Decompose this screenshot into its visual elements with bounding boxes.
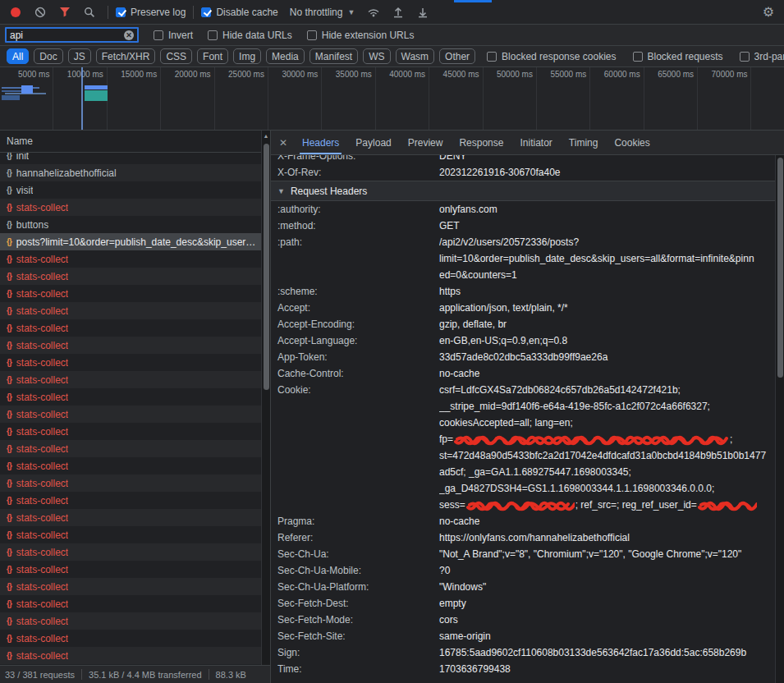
request-row[interactable]: {}stats-collect bbox=[0, 388, 270, 406]
checkbox-3rd-party-requests[interactable]: 3rd-party requests bbox=[740, 51, 784, 62]
request-row[interactable]: {}stats-collect bbox=[0, 543, 270, 561]
request-row[interactable]: {}stats-collect bbox=[0, 268, 270, 285]
request-row[interactable]: {}stats-collect bbox=[0, 578, 270, 595]
request-row[interactable]: {}stats-collect bbox=[0, 319, 270, 337]
clear-filter-icon[interactable]: ✕ bbox=[124, 30, 134, 40]
header-value: empty bbox=[439, 595, 775, 612]
checkbox-blocked-response-cookies[interactable]: Blocked response cookies bbox=[487, 51, 616, 62]
type-filter-font[interactable]: Font bbox=[197, 48, 228, 64]
script-braces-icon: {} bbox=[7, 565, 11, 574]
settings-gear-icon[interactable]: ⚙ bbox=[758, 2, 779, 22]
script-braces-icon: {} bbox=[7, 220, 11, 229]
request-name: stats-collect bbox=[16, 202, 68, 213]
throttling-dropdown[interactable]: No throttling ▼ bbox=[285, 5, 360, 20]
header-row: Sec-Ch-Ua-Mobile:?0 bbox=[271, 562, 775, 579]
request-name: stats-collect bbox=[16, 323, 68, 334]
invert-checkbox[interactable]: Invert bbox=[154, 30, 193, 41]
request-row[interactable]: {}stats-collect bbox=[0, 440, 270, 457]
close-icon[interactable]: ✕ bbox=[273, 137, 294, 149]
request-row[interactable]: {}stats-collect bbox=[0, 612, 270, 630]
hide-data-urls-label: Hide data URLs bbox=[222, 30, 292, 41]
request-row[interactable]: {}buttons bbox=[0, 216, 270, 233]
network-main-area: Name {}init{}hannahelizabethofficial{}vi… bbox=[0, 131, 784, 683]
request-row[interactable]: {}stats-collect bbox=[0, 337, 270, 354]
preserve-log-checkbox[interactable]: Preserve log bbox=[116, 7, 186, 18]
type-filter-fetch-xhr[interactable]: Fetch/XHR bbox=[96, 48, 156, 64]
timeline-overview[interactable]: 5000 ms10000 ms15000 ms20000 ms25000 ms3… bbox=[0, 67, 784, 131]
request-row[interactable]: {}stats-collect bbox=[0, 630, 270, 647]
request-row[interactable]: {}stats-collect bbox=[0, 526, 270, 543]
tab-headers[interactable]: Headers bbox=[294, 131, 347, 154]
type-filter-ws[interactable]: WS bbox=[363, 48, 390, 64]
type-filter-manifest[interactable]: Manifest bbox=[309, 48, 358, 64]
scrollbar-thumb[interactable] bbox=[777, 158, 783, 378]
tab-cookies[interactable]: Cookies bbox=[606, 131, 658, 154]
request-row[interactable]: {}stats-collect bbox=[0, 492, 270, 509]
type-filter-img[interactable]: Img bbox=[233, 48, 261, 64]
requests-scrollbar[interactable]: ▲ bbox=[261, 131, 270, 665]
header-name: Sec-Fetch-Dest: bbox=[277, 595, 439, 612]
name-column-header[interactable]: Name bbox=[0, 131, 270, 153]
import-har-button[interactable] bbox=[387, 2, 409, 22]
request-row[interactable]: {}stats-collect bbox=[0, 595, 270, 612]
request-headers-section-header[interactable]: ▼ Request Headers bbox=[271, 181, 775, 201]
request-type-filter-bar: AllDocJSFetch/XHRCSSFontImgMediaManifest… bbox=[0, 46, 784, 67]
export-har-button[interactable] bbox=[412, 2, 433, 22]
hide-extension-urls-checkbox[interactable]: Hide extension URLs bbox=[307, 30, 415, 41]
type-filter-doc[interactable]: Doc bbox=[34, 48, 62, 64]
details-scrollbar[interactable] bbox=[775, 155, 784, 683]
clear-button[interactable] bbox=[30, 2, 51, 22]
network-conditions-button[interactable] bbox=[363, 2, 384, 22]
filter-toggle-button[interactable] bbox=[54, 2, 76, 22]
type-filter-all[interactable]: All bbox=[7, 48, 29, 64]
section-title: Request Headers bbox=[291, 186, 367, 197]
request-row[interactable]: {}stats-collect bbox=[0, 354, 270, 371]
request-row[interactable]: {}stats-collect bbox=[0, 406, 270, 423]
request-row[interactable]: {}hannahelizabethofficial bbox=[0, 164, 270, 181]
tab-timing[interactable]: Timing bbox=[561, 131, 607, 154]
type-filter-other[interactable]: Other bbox=[439, 48, 475, 64]
request-row[interactable]: {}posts?limit=10&order=publish_date_desc… bbox=[0, 233, 270, 250]
hide-data-urls-checkbox[interactable]: Hide data URLs bbox=[208, 30, 292, 41]
request-row[interactable]: {}stats-collect bbox=[0, 250, 270, 268]
header-value: gzip, deflate, br bbox=[439, 316, 775, 332]
request-row[interactable]: {}stats-collect bbox=[0, 561, 270, 578]
tab-response[interactable]: Response bbox=[451, 131, 511, 154]
disable-cache-checkbox[interactable]: Disable cache bbox=[201, 7, 277, 18]
script-braces-icon: {} bbox=[7, 461, 11, 470]
header-row: X-Frame-Options:DENY bbox=[271, 155, 775, 164]
request-row[interactable]: {}stats-collect bbox=[0, 509, 270, 526]
tab-payload[interactable]: Payload bbox=[347, 131, 399, 154]
request-name: stats-collect bbox=[16, 461, 68, 472]
tab-preview[interactable]: Preview bbox=[400, 131, 452, 154]
request-row[interactable]: {}stats-collect bbox=[0, 285, 270, 302]
request-row[interactable]: {}stats-collect bbox=[0, 457, 270, 474]
type-filter-css[interactable]: CSS bbox=[160, 48, 192, 64]
timeline-tick: 20000 ms bbox=[161, 67, 214, 130]
request-name: stats-collect bbox=[16, 564, 68, 575]
request-row[interactable]: {}visit bbox=[0, 181, 270, 199]
record-button[interactable] bbox=[5, 2, 26, 22]
header-name: Sec-Fetch-Site: bbox=[277, 628, 439, 644]
request-row[interactable]: {}stats-collect bbox=[0, 474, 270, 492]
scroll-up-arrow-icon[interactable]: ▲ bbox=[262, 131, 270, 142]
request-row[interactable]: {}stats-collect bbox=[0, 423, 270, 440]
request-name: stats-collect bbox=[16, 305, 68, 317]
tab-initiator[interactable]: Initiator bbox=[511, 131, 560, 154]
header-value-line: ad5cf; _ga=GA1.1.689275447.1698003345; bbox=[439, 464, 775, 480]
type-filter-js[interactable]: JS bbox=[68, 48, 91, 64]
request-details-panel: ✕ HeadersPayloadPreviewResponseInitiator… bbox=[271, 131, 784, 683]
type-filter-media[interactable]: Media bbox=[266, 48, 305, 64]
timeline-tick: 65000 ms bbox=[644, 67, 698, 130]
type-filter-wasm[interactable]: Wasm bbox=[396, 48, 435, 64]
request-row[interactable]: {}stats-collect bbox=[0, 647, 270, 664]
checkbox-blocked-requests[interactable]: Blocked requests bbox=[633, 51, 723, 62]
search-button[interactable] bbox=[79, 2, 100, 22]
request-row[interactable]: {}stats-collect bbox=[0, 199, 270, 216]
header-name: :method: bbox=[277, 218, 439, 234]
request-row[interactable]: {}stats-collect bbox=[0, 302, 270, 319]
scrollbar-thumb[interactable] bbox=[264, 144, 269, 390]
request-row[interactable]: {}stats-collect bbox=[0, 371, 270, 388]
request-row[interactable]: {}init bbox=[0, 153, 270, 164]
filter-input[interactable] bbox=[10, 30, 121, 41]
